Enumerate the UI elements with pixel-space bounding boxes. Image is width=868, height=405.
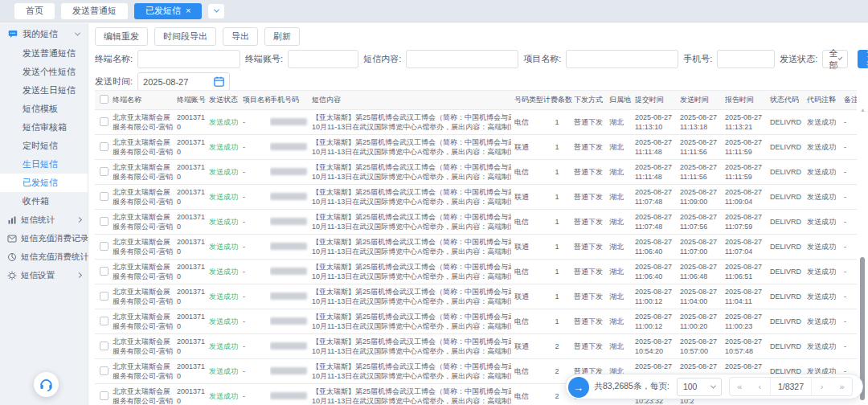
sidebar: 我的短信 发送普通短信 发送个性短信 发送生日短信 短信模板 短信审核箱 定时短… (0, 23, 88, 405)
sidebar-item-send-normal-sms[interactable]: 发送普通短信 (0, 44, 88, 63)
cell-remark: - (844, 135, 857, 160)
cell-remark: - (844, 284, 857, 309)
scroll-up-arrow-icon[interactable]: ▲ (860, 107, 866, 112)
phone-number-redacted (270, 118, 307, 125)
terminal-account-input[interactable] (288, 50, 358, 68)
sidebar-section-recharge-statistics[interactable]: 短信充值消费统计 (0, 248, 88, 266)
cell-checkbox (95, 260, 113, 284)
table-row[interactable]: 北京亚太瑞斯会展服务有限公司-营销 20013710 发送成功 - 【亚太瑞斯】… (95, 135, 857, 160)
terminal-name-input[interactable] (137, 50, 240, 68)
next-page-button[interactable]: › (812, 378, 832, 395)
cell-terminal-account: 20013710 (177, 235, 209, 260)
cell-phone (270, 160, 312, 185)
cell-project: - (243, 260, 270, 284)
table-row[interactable]: 北京亚太瑞斯会展服务有限公司-营销 20013710 发送成功 - 【亚太瑞斯】… (95, 160, 857, 185)
sidebar-item-send-birthday-sms[interactable]: 发送生日短信 (0, 81, 88, 100)
row-checkbox[interactable] (100, 366, 108, 375)
cell-number-type: 电信 (514, 260, 543, 284)
calendar-icon[interactable] (213, 76, 225, 88)
tab-send-normal-sms[interactable]: 发送普通短 (61, 3, 128, 19)
cell-status-code: DELIVRD (770, 185, 807, 210)
tab-send-normal-sms-label: 发送普通短 (72, 5, 117, 17)
page-size-select[interactable]: 100 (677, 378, 722, 396)
table-row[interactable]: 北京亚太瑞斯会展服务有限公司-营销 20013710 发送成功 - 【亚太瑞斯】… (95, 334, 857, 359)
sidebar-item-sent-sms[interactable]: 已发短信 (0, 174, 88, 192)
row-checkbox[interactable] (100, 242, 108, 251)
tab-home[interactable]: 首页 (14, 3, 55, 19)
table-row[interactable]: 北京亚太瑞斯会展服务有限公司-营销 20013710 发送成功 - 【亚太瑞斯】… (95, 235, 857, 260)
prev-page-button[interactable]: ‹ (750, 378, 770, 395)
customer-support-button[interactable] (34, 372, 59, 397)
pagination-toggle-button[interactable]: → (568, 377, 589, 398)
tab-list-dropdown-button[interactable] (208, 4, 224, 18)
cell-billing-count: 1 (543, 135, 574, 160)
sidebar-section-sms-settings[interactable]: 短信设置 (0, 266, 88, 284)
cell-number-type: 电信 (514, 309, 543, 334)
cell-terminal-name: 北京亚太瑞斯会展服务有限公司-营销 (113, 384, 177, 405)
page-size-value: 100 (683, 382, 698, 391)
row-checkbox[interactable] (100, 142, 108, 151)
tab-sent-sms[interactable]: 已发短信 × (134, 3, 202, 19)
sidebar-group-my-sms[interactable]: 我的短信 (0, 23, 88, 44)
filter-row-1: 终端名称: 终端账号: 短信内容: 项目名称: 手机号: 发送状态: 全部 查询… (95, 50, 862, 68)
cell-checkbox (95, 284, 113, 309)
project-name-input[interactable] (566, 50, 678, 68)
cell-sms-content: 【亚太瑞斯】第25届机博会武汉工博会（简称：中国机博会与武汉工博会融合展）将10… (312, 185, 514, 210)
table-row[interactable]: 北京亚太瑞斯会展服务有限公司-营销 20013710 发送成功 - 【亚太瑞斯】… (95, 210, 857, 235)
col-send-time: 发送时间 (680, 91, 725, 110)
sidebar-item-send-personal-sms[interactable]: 发送个性短信 (0, 63, 88, 81)
phone-number-redacted (270, 143, 307, 150)
headset-icon (39, 377, 54, 392)
table-row[interactable]: 北京亚太瑞斯会展服务有限公司-营销 20013710 发送成功 - 【亚太瑞斯】… (95, 110, 857, 135)
row-checkbox[interactable] (100, 317, 108, 325)
row-checkbox[interactable] (100, 192, 108, 201)
edit-resend-button[interactable]: 编辑重发 (95, 27, 148, 46)
row-checkbox[interactable] (100, 342, 108, 350)
cell-number-type: 联通 (514, 284, 543, 309)
export-button[interactable]: 导出 (223, 27, 258, 46)
cell-send-time: 2025-08-2711:09:00 (680, 185, 725, 210)
cell-phone (270, 110, 312, 135)
sidebar-item-birthday-sms[interactable]: 生日短信 (0, 155, 88, 174)
sidebar-item-sms-review-box[interactable]: 短信审核箱 (0, 118, 88, 137)
table-row[interactable]: 北京亚太瑞斯会展服务有限公司-营销 20013710 发送成功 - 【亚太瑞斯】… (95, 284, 857, 309)
cell-send-time: 2025-08-2711:11:56 (680, 135, 725, 160)
col-billing-count: 计费条数 (543, 91, 574, 110)
sms-content-input[interactable] (406, 50, 518, 68)
send-status-select[interactable]: 全部 (822, 50, 848, 68)
table-row[interactable]: 北京亚太瑞斯会展服务有限公司-营销 20013710 发送成功 - 【亚太瑞斯】… (95, 260, 857, 284)
sidebar-item-sms-template[interactable]: 短信模板 (0, 100, 88, 118)
cell-send-status: 发送成功 (209, 309, 243, 334)
sidebar-item-scheduled-sms[interactable]: 定时短信 (0, 137, 88, 155)
sidebar-section-recharge-records[interactable]: 短信充值消费记录 (0, 229, 88, 248)
cell-number-type: 电信 (514, 359, 543, 384)
select-all-checkbox[interactable] (100, 95, 108, 104)
row-checkbox[interactable] (100, 292, 108, 301)
table-row[interactable]: 北京亚太瑞斯会展服务有限公司-营销 20013710 发送成功 - 【亚太瑞斯】… (95, 185, 857, 210)
cell-send-status: 发送成功 (209, 284, 243, 309)
cell-send-time: 2025-08-2711:13:18 (680, 110, 725, 135)
cell-number-type: 电信 (514, 160, 543, 185)
row-checkbox[interactable] (100, 267, 108, 276)
query-button[interactable]: 查询 (858, 50, 868, 68)
refresh-button[interactable]: 刷新 (264, 27, 300, 46)
phone-input[interactable] (717, 50, 775, 68)
row-checkbox[interactable] (100, 217, 108, 226)
cell-send-status: 发送成功 (209, 260, 243, 284)
export-by-period-button[interactable]: 时间段导出 (154, 27, 216, 46)
sidebar-section-label: 短信充值消费统计 (21, 252, 88, 263)
last-page-button[interactable]: » (832, 378, 852, 395)
cell-send-time: 2025-08-2711:06:48 (680, 260, 725, 284)
first-page-button[interactable]: « (730, 378, 750, 395)
row-checkbox[interactable] (100, 167, 108, 176)
chevron-down-icon (838, 55, 843, 60)
cell-status-code: DELIVRD (770, 309, 807, 334)
sidebar-item-inbox[interactable]: 收件箱 (0, 192, 88, 211)
row-checkbox[interactable] (100, 391, 108, 400)
sidebar-section-sms-statistics[interactable]: 短信统计 (0, 211, 88, 229)
row-checkbox[interactable] (100, 117, 108, 126)
table-row[interactable]: 北京亚太瑞斯会展服务有限公司-营销 20013710 发送成功 - 【亚太瑞斯】… (95, 309, 857, 334)
close-icon[interactable]: × (186, 6, 190, 15)
phone-number-redacted (270, 168, 307, 175)
cell-report-time: 2025-08-2711:07:59 (725, 210, 770, 235)
